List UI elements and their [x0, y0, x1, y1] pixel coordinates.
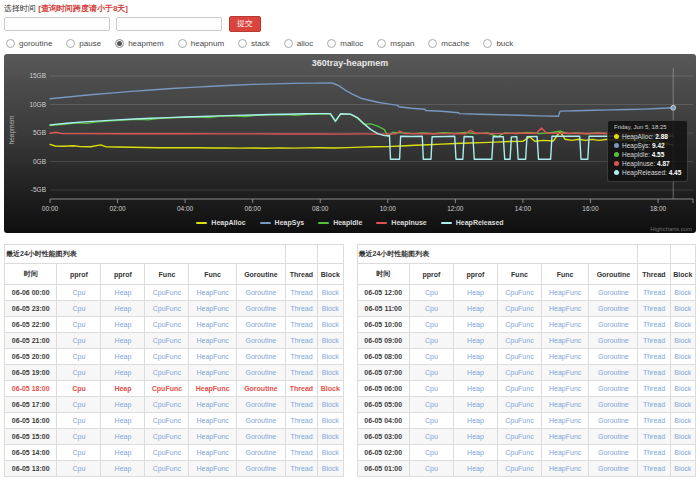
heapfunc-link[interactable]: HeapFunc — [196, 385, 230, 392]
cpufunc-link[interactable]: CpuFunc — [153, 321, 181, 328]
heap-link[interactable]: Heap — [115, 305, 132, 312]
cpu-link[interactable]: Cpu — [425, 385, 438, 392]
block-link[interactable]: Block — [674, 305, 691, 312]
radio-stack[interactable]: stack — [238, 39, 270, 48]
cpufunc-link[interactable]: CpuFunc — [505, 465, 533, 472]
heap-link[interactable]: Heap — [467, 417, 484, 424]
legend-item-heapreleased[interactable]: HeapReleased — [441, 219, 504, 226]
thread-link[interactable]: Thread — [290, 305, 312, 312]
cpufunc-link[interactable]: CpuFunc — [505, 305, 533, 312]
heapfunc-link[interactable]: HeapFunc — [549, 465, 581, 472]
goroutine-link[interactable]: Goroutine — [598, 305, 629, 312]
radio-label[interactable]: buck — [496, 39, 513, 48]
heapfunc-link[interactable]: HeapFunc — [549, 353, 581, 360]
heap-link[interactable]: Heap — [467, 465, 484, 472]
goroutine-link[interactable]: Goroutine — [244, 385, 277, 392]
cpu-link[interactable]: Cpu — [73, 353, 86, 360]
cpu-link[interactable]: Cpu — [73, 401, 86, 408]
block-link[interactable]: Block — [322, 305, 339, 312]
cpufunc-link[interactable]: CpuFunc — [153, 353, 181, 360]
block-link[interactable]: Block — [322, 449, 339, 456]
heap-link[interactable]: Heap — [467, 385, 484, 392]
goroutine-link[interactable]: Goroutine — [598, 353, 629, 360]
heap-link[interactable]: Heap — [115, 449, 132, 456]
goroutine-link[interactable]: Goroutine — [598, 321, 629, 328]
thread-link[interactable]: Thread — [290, 417, 312, 424]
cpufunc-link[interactable]: CpuFunc — [505, 369, 533, 376]
block-link[interactable]: Block — [674, 465, 691, 472]
goroutine-link[interactable]: Goroutine — [598, 449, 629, 456]
cpu-link[interactable]: Cpu — [425, 321, 438, 328]
legend-label[interactable]: HeapAlloc — [211, 219, 245, 226]
cpufunc-link[interactable]: CpuFunc — [505, 337, 533, 344]
cpufunc-link[interactable]: CpuFunc — [505, 353, 533, 360]
heap-link[interactable]: Heap — [114, 385, 131, 392]
goroutine-link[interactable]: Goroutine — [245, 433, 276, 440]
goroutine-link[interactable]: Goroutine — [245, 369, 276, 376]
block-link[interactable]: Block — [674, 385, 691, 392]
cpu-link[interactable]: Cpu — [73, 289, 86, 296]
heapfunc-link[interactable]: HeapFunc — [196, 305, 228, 312]
cpu-link[interactable]: Cpu — [73, 321, 86, 328]
heapfunc-link[interactable]: HeapFunc — [196, 433, 228, 440]
radio-icon[interactable] — [428, 39, 437, 48]
heap-link[interactable]: Heap — [115, 321, 132, 328]
goroutine-link[interactable]: Goroutine — [598, 465, 629, 472]
end-time-input[interactable] — [116, 17, 222, 31]
cpufunc-link[interactable]: CpuFunc — [153, 449, 181, 456]
block-link[interactable]: Block — [322, 369, 339, 376]
heap-link[interactable]: Heap — [467, 305, 484, 312]
radio-label[interactable]: goroutine — [19, 39, 52, 48]
goroutine-link[interactable]: Goroutine — [598, 433, 629, 440]
cpufunc-link[interactable]: CpuFunc — [153, 289, 181, 296]
cpu-link[interactable]: Cpu — [425, 369, 438, 376]
heapfunc-link[interactable]: HeapFunc — [549, 305, 581, 312]
radio-mspan[interactable]: mspan — [377, 39, 414, 48]
cpufunc-link[interactable]: CpuFunc — [505, 385, 533, 392]
heapfunc-link[interactable]: HeapFunc — [196, 417, 228, 424]
thread-link[interactable]: Thread — [643, 417, 665, 424]
thread-link[interactable]: Thread — [290, 353, 312, 360]
legend-item-heapidle[interactable]: HeapIdle — [318, 219, 362, 226]
block-link[interactable]: Block — [322, 401, 339, 408]
heapfunc-link[interactable]: HeapFunc — [549, 433, 581, 440]
cpu-link[interactable]: Cpu — [425, 449, 438, 456]
legend-item-heapsys[interactable]: HeapSys — [260, 219, 305, 226]
cpufunc-link[interactable]: CpuFunc — [153, 433, 181, 440]
goroutine-link[interactable]: Goroutine — [598, 289, 629, 296]
cpu-link[interactable]: Cpu — [73, 337, 86, 344]
legend-label[interactable]: HeapIdle — [333, 219, 362, 226]
block-link[interactable]: Block — [322, 465, 339, 472]
radio-icon[interactable] — [238, 39, 247, 48]
cpu-link[interactable]: Cpu — [425, 401, 438, 408]
heap-link[interactable]: Heap — [467, 433, 484, 440]
cpufunc-link[interactable]: CpuFunc — [152, 385, 182, 392]
thread-link[interactable]: Thread — [290, 337, 312, 344]
thread-link[interactable]: Thread — [643, 369, 665, 376]
cpufunc-link[interactable]: CpuFunc — [505, 289, 533, 296]
thread-link[interactable]: Thread — [290, 433, 312, 440]
cpufunc-link[interactable]: CpuFunc — [505, 417, 533, 424]
block-link[interactable]: Block — [674, 289, 691, 296]
radio-icon[interactable] — [284, 39, 293, 48]
cpufunc-link[interactable]: CpuFunc — [153, 369, 181, 376]
heapfunc-link[interactable]: HeapFunc — [549, 417, 581, 424]
heapfunc-link[interactable]: HeapFunc — [196, 401, 228, 408]
heapfunc-link[interactable]: HeapFunc — [549, 321, 581, 328]
heap-link[interactable]: Heap — [115, 417, 132, 424]
cpu-link[interactable]: Cpu — [73, 417, 86, 424]
heapfunc-link[interactable]: HeapFunc — [549, 401, 581, 408]
thread-link[interactable]: Thread — [643, 353, 665, 360]
heap-link[interactable]: Heap — [115, 369, 132, 376]
submit-button[interactable]: 提交 — [229, 16, 261, 32]
goroutine-link[interactable]: Goroutine — [598, 401, 629, 408]
heap-link[interactable]: Heap — [115, 401, 132, 408]
cpu-link[interactable]: Cpu — [72, 385, 86, 392]
radio-icon[interactable] — [178, 39, 187, 48]
thread-link[interactable]: Thread — [290, 289, 312, 296]
block-link[interactable]: Block — [674, 417, 691, 424]
legend-label[interactable]: HeapReleased — [456, 219, 504, 226]
heapfunc-link[interactable]: HeapFunc — [549, 337, 581, 344]
radio-icon[interactable] — [6, 39, 15, 48]
block-link[interactable]: Block — [321, 385, 340, 392]
